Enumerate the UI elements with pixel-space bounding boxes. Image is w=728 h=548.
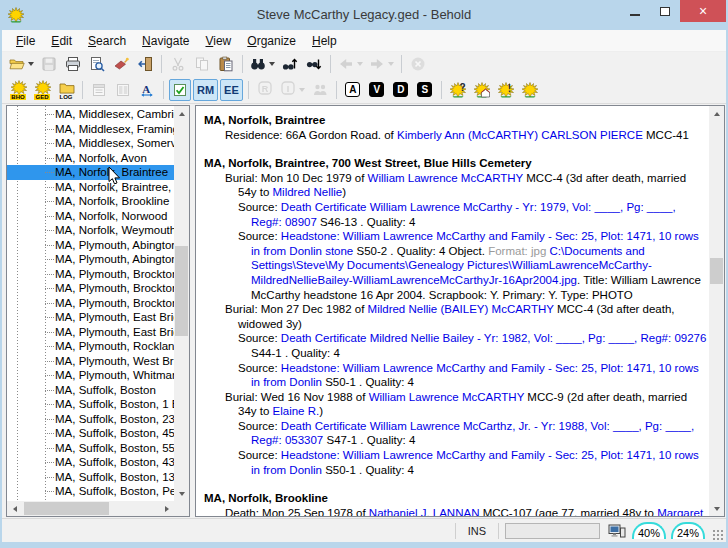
print-preview-button[interactable] [86, 53, 108, 75]
record-link[interactable]: Mildred Nellie (BAILEY) McCARTHY [368, 303, 554, 315]
tree-item[interactable]: MA, Plymouth, East Bridge [7, 310, 174, 325]
tree-item[interactable]: MA, Suffolk, Boston, 23 D [7, 412, 174, 427]
rm-toggle[interactable]: RM [193, 79, 218, 101]
toolbar-button-label: LOG [59, 94, 74, 100]
find-previous-button[interactable] [279, 53, 301, 75]
record-link[interactable]: Death Certificate William Lawrence McCar… [251, 201, 676, 228]
record-link[interactable]: Kimberly Ann (McCARTHY) CARLSON PIERCE [397, 129, 643, 141]
find-button[interactable] [248, 53, 277, 75]
tree-item[interactable]: MA, Middlesex, Somerville [7, 136, 174, 151]
tree-item[interactable]: MA, Plymouth, Brockton, 2 [7, 281, 174, 296]
save-button [38, 53, 60, 75]
record-link[interactable]: Death Certificate William Lawrence McCar… [251, 420, 694, 447]
record-link[interactable]: Elaine R. [273, 405, 320, 417]
print-button[interactable] [62, 53, 84, 75]
scroll-down-arrow[interactable] [174, 486, 189, 501]
status-bar: INS 40% 24% [2, 518, 726, 542]
progress-box [505, 523, 600, 539]
tree-item[interactable]: MA, Suffolk, Boston, 55 F [7, 441, 174, 456]
tree-item[interactable]: MA, Norfolk, Weymouth [7, 223, 174, 238]
title-bar[interactable]: Steve McCarthy Legacy.ged - Behold × [0, 0, 728, 30]
menu-file[interactable]: File [8, 30, 43, 52]
status-separator [455, 523, 456, 539]
dropdown-caret-icon[interactable] [269, 62, 275, 66]
tree-item[interactable]: MA, Suffolk, Boston, 45 V [7, 426, 174, 441]
tree-horizontal-scrollbar[interactable] [7, 501, 174, 516]
tree-item[interactable]: MA, Norfolk, Braintree, 70 [7, 180, 174, 195]
tree-item[interactable]: MA, Norfolk, Braintree [7, 165, 174, 180]
menu-organize[interactable]: Organize [239, 30, 304, 52]
tree-item[interactable]: MA, Plymouth, Brockton, 6 [7, 296, 174, 311]
menu-navigate[interactable]: Navigate [134, 30, 197, 52]
behold-view-button[interactable]: BHO [7, 79, 29, 101]
tree-item[interactable]: MA, Norfolk, Avon [7, 151, 174, 166]
tree-item[interactable]: MA, Suffolk, Boston [7, 383, 174, 398]
exit-button[interactable] [134, 53, 156, 75]
gedcom-view-button[interactable]: GED [31, 79, 53, 101]
record-link[interactable]: Nathaniel J. LANNAN [369, 507, 480, 516]
record-link[interactable]: William Lawrence McCARTHY [368, 172, 524, 184]
tree-item[interactable]: MA, Suffolk, Boston, 136 [7, 470, 174, 485]
record-link[interactable]: William Lawrence McCARTHY [369, 391, 525, 403]
menu-help[interactable]: Help [304, 30, 345, 52]
maximize-button[interactable] [650, 0, 680, 22]
tree-item-label: MA, Middlesex, Cambridge [55, 108, 174, 120]
paste-button[interactable] [215, 53, 237, 75]
tree-item[interactable]: MA, Middlesex, Cambridge [7, 107, 174, 122]
record-link[interactable]: Death Certificate Mildred Nellie Bailey … [281, 332, 707, 344]
home-button[interactable] [471, 79, 493, 101]
tree-item[interactable]: MA, Middlesex, Framingha [7, 122, 174, 137]
sources-button[interactable]: S [414, 79, 436, 101]
tree-item-label: MA, Plymouth, Brockton [55, 268, 174, 280]
menu-view[interactable]: View [197, 30, 239, 52]
purge-button[interactable] [110, 53, 132, 75]
forward-button [367, 53, 396, 75]
all-button[interactable]: A [342, 79, 364, 101]
record-link[interactable]: Mildred Nellie [273, 186, 343, 198]
tree-item[interactable]: MA, Suffolk, Boston, Ped [7, 484, 174, 499]
font-button[interactable]: A [136, 79, 158, 101]
open-button[interactable] [7, 53, 36, 75]
svg-text:?: ? [459, 82, 465, 93]
record-link[interactable]: Headstone: William Lawrence McCarthy and… [251, 449, 699, 476]
tree-item[interactable]: MA, Suffolk, Boston, 436 [7, 455, 174, 470]
about-button[interactable]: ! [495, 79, 517, 101]
report-vertical-scrollbar[interactable] [709, 106, 724, 516]
scroll-thumb[interactable] [175, 246, 188, 336]
tree-item[interactable]: MA, Plymouth, Brockton [7, 267, 174, 282]
scroll-up-arrow[interactable] [709, 106, 724, 121]
tree-item[interactable]: MA, Plymouth, East Bridge [7, 325, 174, 340]
scroll-thumb[interactable] [24, 502, 109, 515]
tree-item-label: MA, Norfolk, Avon [55, 152, 147, 164]
tree-vertical-scrollbar[interactable] [174, 106, 189, 501]
scroll-thumb[interactable] [710, 258, 723, 284]
behold-button[interactable] [519, 79, 541, 101]
scroll-left-arrow[interactable] [7, 501, 22, 516]
dropdown-caret-icon[interactable] [28, 62, 34, 66]
tree-item[interactable]: MA, Suffolk, Boston, 1 Bo [7, 397, 174, 412]
help-question-button[interactable]: ? [447, 79, 469, 101]
record-link[interactable]: Headstone: William Lawrence McCarthy and… [251, 362, 699, 389]
menu-search[interactable]: Search [80, 30, 134, 52]
tree-item[interactable]: MA, Plymouth, Abington, 4 [7, 252, 174, 267]
tree-item[interactable]: MA, Plymouth, Rockland, [7, 339, 174, 354]
close-button[interactable]: × [680, 0, 726, 22]
menu-edit[interactable]: Edit [43, 30, 80, 52]
scroll-up-arrow[interactable] [174, 106, 189, 121]
tree-item[interactable]: MA, Plymouth, West Bridg [7, 354, 174, 369]
log-view-button[interactable]: LOG [55, 79, 77, 101]
tree-item[interactable]: MA, Plymouth, Abington [7, 238, 174, 253]
scroll-right-arrow[interactable] [159, 501, 174, 516]
ee-toggle[interactable]: EE [220, 79, 243, 101]
minimize-button[interactable] [620, 0, 650, 22]
details-button[interactable]: D [390, 79, 412, 101]
tree-item[interactable]: MA, Norfolk, Norwood [7, 209, 174, 224]
scrollbar-corner [174, 501, 189, 516]
resize-grip[interactable] [712, 529, 724, 541]
tree-item[interactable]: MA, Norfolk, Brookline [7, 194, 174, 209]
scroll-down-arrow[interactable] [709, 501, 724, 516]
virtual-button[interactable]: V [366, 79, 388, 101]
find-next-button[interactable] [303, 53, 325, 75]
tree-item[interactable]: MA, Plymouth, Whitman [7, 368, 174, 383]
autoselect-toggle[interactable] [169, 79, 191, 101]
